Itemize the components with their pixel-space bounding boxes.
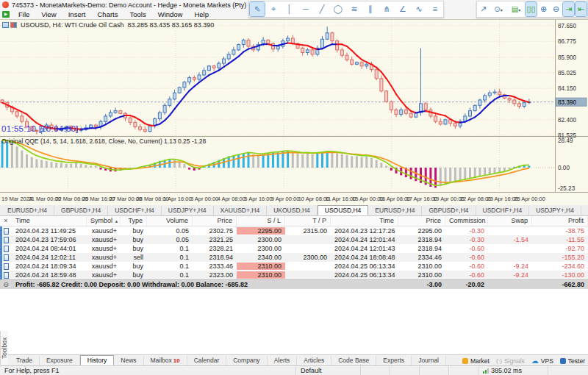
chart-tab-bar: EURUSD+,H4GBPUSD+,H4USDCHF+,H4USDJPY+,H4… xyxy=(0,205,588,216)
zoom-out-icon[interactable]: ⊖ xyxy=(551,2,562,16)
moving-average-line xyxy=(2,43,529,129)
tab-company[interactable]: Company xyxy=(226,356,267,365)
tab-articles[interactable]: Articles xyxy=(297,356,331,365)
svg-text:86.775: 86.775 xyxy=(558,38,576,45)
menu-file[interactable]: File xyxy=(12,10,35,19)
svg-text:85.900: 85.900 xyxy=(558,54,576,61)
ellipse-icon[interactable]: ◯ xyxy=(331,2,345,16)
menu-view[interactable]: View xyxy=(35,10,62,19)
menu-tools[interactable]: Tools xyxy=(123,10,151,19)
tab-history[interactable]: History xyxy=(80,355,114,365)
history-row[interactable]: 2024.04.24 08:44:01xauusd+buy0.12328.212… xyxy=(0,244,588,253)
chart-tab-usdchf--h4[interactable]: USDCHF+,H4 xyxy=(108,206,162,215)
tab-calendar[interactable]: Calendar xyxy=(187,356,227,365)
tester-icon xyxy=(560,358,566,364)
timeframe-icon[interactable]: ⊙▾ xyxy=(490,2,506,16)
pitchfork-icon[interactable]: ⋔ xyxy=(379,2,394,16)
vertical-line-icon[interactable]: │ xyxy=(282,2,297,16)
market-link[interactable]: Market xyxy=(462,357,490,365)
time-axis: 19 Mar 202421 Mar 00:0022 Mar 08:0025 Ma… xyxy=(1,196,545,202)
svg-text:87.650: 87.650 xyxy=(558,23,576,29)
tab-trade[interactable]: Trade xyxy=(10,356,40,365)
history-row[interactable]: 2024.04.24 18:09:34xauusd+buy0.12333.462… xyxy=(0,262,588,271)
summary-label: Profit: -685.82 Credit: 0.00 Deposit: 0.… xyxy=(12,281,398,288)
tab-code-base[interactable]: Code Base xyxy=(331,356,376,365)
expand-chart-icon[interactable]: ↗ xyxy=(478,2,489,16)
tab-experts[interactable]: Experts xyxy=(376,356,412,365)
tab-mailbox[interactable]: Mailbox10 xyxy=(144,356,187,365)
chart-tab-xauusd--h4[interactable]: XAUUSD+,H4 xyxy=(581,206,588,215)
col-volume[interactable]: Volume xyxy=(147,216,193,226)
zoom-in-icon[interactable]: ⊕ xyxy=(538,2,549,16)
svg-text:83.390: 83.390 xyxy=(558,99,576,106)
menu-help[interactable]: Help xyxy=(188,10,215,19)
col-type[interactable]: Type xyxy=(121,216,147,226)
col-close-time[interactable]: Time xyxy=(331,216,398,226)
dock-edge-strip xyxy=(0,226,2,279)
tab-exposure[interactable]: Exposure xyxy=(40,356,80,365)
order-doc-icon xyxy=(4,272,9,279)
crosshair-icon[interactable]: ⌖ xyxy=(266,2,281,16)
horizontal-line-icon[interactable]: ─ xyxy=(298,2,313,16)
col-sl[interactable]: S / L xyxy=(237,216,285,226)
chart-tab-gbpusd--h4[interactable]: GBPUSD+,H4 xyxy=(54,206,108,215)
history-row[interactable]: 2024.04.24 18:59:48xauusd+buy0.12323.002… xyxy=(0,271,588,279)
auto-scroll-icon[interactable]: ⇥ xyxy=(563,2,574,16)
mailbox-unread-count: 10 xyxy=(173,356,180,365)
chart-toolbar: ↗ ⊙▾ ▤▾ ▯▯ ⊕ ⊖ ⇥ ⇤ xyxy=(476,1,588,18)
chart-tab-gbpusd--h4[interactable]: GBPUSD+,H4 xyxy=(422,206,476,215)
toolbox-empty-area xyxy=(0,289,588,354)
chart-type-icon[interactable]: ▤▾ xyxy=(508,2,524,16)
connection-status[interactable]: 385.02 ms xyxy=(478,366,548,375)
close-panel-icon[interactable]: × xyxy=(0,216,12,226)
tab-journal[interactable]: Journal xyxy=(412,356,446,365)
candlestick-mode-icon[interactable]: ▯▯ xyxy=(526,2,537,16)
col-swap[interactable]: Swap xyxy=(488,216,532,226)
order-doc-icon xyxy=(4,228,9,235)
order-doc-icon xyxy=(4,246,9,252)
col-tp[interactable]: T / P xyxy=(285,216,331,226)
tab-alerts[interactable]: Alerts xyxy=(268,356,298,365)
col-commission[interactable]: Commission xyxy=(445,216,488,226)
history-row[interactable]: 2024.04.24 12:02:11xauusd+sell0.12318.94… xyxy=(0,253,588,262)
tab-news[interactable]: News xyxy=(114,356,143,365)
chart-tab-usdjpy--h4[interactable]: USDJPY+,H4 xyxy=(162,206,214,215)
menu-insert[interactable]: Insert xyxy=(62,10,92,19)
cycle-lines-icon[interactable]: ∿ xyxy=(412,2,426,16)
line-studies-toolbar: ⇖ ⌖ │ ─ ╱ ◯ ≋ ∥ ⋔ ∠ ∿ ≡ xyxy=(248,1,444,18)
equidistant-channel-icon[interactable]: ≡ xyxy=(428,2,442,16)
main-chart-canvas[interactable]: 87.65086.77585.90085.02584.15083.27582.4… xyxy=(0,20,588,206)
menu-window[interactable]: Window xyxy=(152,10,189,19)
col-symbol[interactable]: Symbol ▲ xyxy=(87,216,121,226)
svg-text:0.00: 0.00 xyxy=(558,165,570,171)
history-row[interactable]: 2024.04.23 11:49:25xauusd+buy0.052302.75… xyxy=(0,226,588,235)
fibo-fan-icon[interactable]: ∠ xyxy=(395,2,410,16)
ohlc-values: 83.285 83.435 83.165 83.390 xyxy=(128,21,215,29)
menu-charts[interactable]: Charts xyxy=(92,10,124,19)
col-time[interactable]: Time xyxy=(12,216,87,226)
col-profit[interactable]: Profit xyxy=(532,216,588,226)
channel-icon[interactable]: ∥ xyxy=(363,2,378,16)
chart-shift-icon[interactable]: ⇤ xyxy=(576,2,587,16)
chart-window-icon: ▶ xyxy=(2,11,10,18)
chart-tab-usdchf--h4[interactable]: USDCHF+,H4 xyxy=(476,206,530,215)
cursor-icon[interactable]: ⇖ xyxy=(250,2,265,16)
profile-selector[interactable]: Default xyxy=(295,366,360,375)
chart-tab-usdjpy--h4[interactable]: USDJPY+,H4 xyxy=(529,206,581,215)
vps-link[interactable]: ☁VPS xyxy=(531,357,553,365)
col-close-price[interactable]: Price xyxy=(398,216,445,226)
col-price[interactable]: Price xyxy=(193,216,237,226)
chart-tab-eurusd--h4[interactable]: EURUSD+,H4 xyxy=(368,206,422,215)
history-row[interactable]: 2024.04.23 17:59:06xauusd+buy0.052321.25… xyxy=(0,235,588,244)
signals-link[interactable]: (·)Signals xyxy=(496,357,525,365)
chart-tab-xauusd--h4[interactable]: XAUUSD+,H4 xyxy=(214,206,268,215)
chart-tab-eurusd--h4[interactable]: EURUSD+,H4 xyxy=(1,206,54,215)
tester-link[interactable]: Tester xyxy=(560,357,585,365)
fibonacci-icon[interactable]: ≋ xyxy=(347,2,362,16)
chart-tab-usousd-h4[interactable]: USOUSD,H4 xyxy=(318,205,369,215)
candlesticks xyxy=(1,26,531,135)
toolbox-vertical-tab[interactable]: Toolbox xyxy=(0,331,8,365)
chart-tab-ukousd-h4[interactable]: UKOUSD,H4 xyxy=(267,206,318,215)
svg-text:25 Apr 00:00: 25 Apr 00:00 xyxy=(514,196,545,202)
trendline-icon[interactable]: ╱ xyxy=(315,2,329,16)
